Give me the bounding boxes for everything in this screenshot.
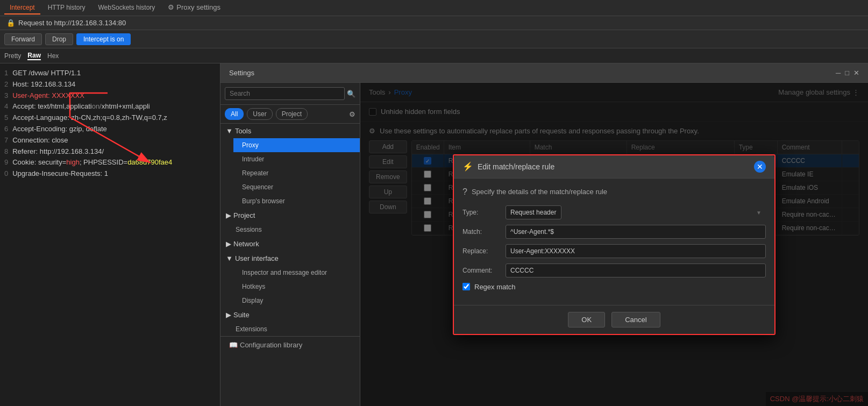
search-box: 🔍 [220, 83, 360, 105]
type-select[interactable]: Request header [506, 205, 561, 219]
sidebar-item-intruder[interactable]: Intruder [233, 152, 360, 166]
filter-all[interactable]: All [225, 108, 244, 120]
help-icon: ? [463, 187, 467, 197]
dialog-footer: OK Cancel [454, 305, 774, 334]
settings-body: 🔍 All User Project ⚙ ▼ Tools Proxy [220, 83, 868, 406]
match-label: Match: [463, 228, 506, 236]
sidebar-category-tools[interactable]: ▼ Tools [220, 124, 360, 138]
sidebar-category-ui[interactable]: ▼ User interface [220, 251, 360, 266]
request-panel: 1GET /dvwa/ HTTP/1.1 2Host: 192.168.3.13… [0, 63, 220, 406]
dialog-title-bar: ⚡ Edit match/replace rule ✕ [454, 155, 774, 179]
sidebar-item-repeater[interactable]: Repeater [233, 166, 360, 180]
sidebar-category-network[interactable]: ▶ Network [220, 237, 360, 251]
comment-label: Comment: [463, 267, 506, 274]
settings-window: Settings ─ □ ✕ 🔍 All User [220, 63, 868, 406]
settings-title: Settings [229, 69, 254, 77]
replace-input[interactable] [506, 244, 766, 258]
search-input[interactable] [225, 87, 345, 100]
ok-button[interactable]: OK [568, 312, 605, 327]
settings-content: Tools › Proxy Manage global settings ⋮ U… [360, 83, 868, 406]
tab-intercept[interactable]: Intercept [4, 2, 40, 15]
dialog-title: Edit match/replace rule [478, 162, 554, 171]
sidebar-item-proxy[interactable]: Proxy [233, 138, 360, 152]
forward-button[interactable]: Forward [4, 33, 42, 45]
sidebar-item-hotkeys[interactable]: Hotkeys [233, 280, 360, 294]
lightning-icon: ⚡ [463, 161, 473, 172]
dialog-body: ? Specify the details of the match/repla… [454, 179, 774, 305]
view-tab-pretty[interactable]: Pretty [4, 52, 21, 60]
lock-icon: 🔒 [6, 19, 15, 27]
sidebar-item-inspector[interactable]: Inspector and message editor [233, 266, 360, 280]
replace-label: Replace: [463, 247, 506, 255]
main-layout: 1GET /dvwa/ HTTP/1.1 2Host: 192.168.3.13… [0, 63, 868, 406]
filter-user[interactable]: User [247, 108, 272, 120]
request-bar: 🔒 Request to http://192.168.3.134:80 [0, 16, 868, 30]
dialog-close-button[interactable]: ✕ [754, 161, 766, 173]
gear-icon: ⚙ [168, 3, 174, 11]
form-row-replace: Replace: [463, 244, 766, 258]
search-icon: 🔍 [347, 90, 355, 98]
settings-header: Settings ─ □ ✕ [220, 63, 868, 83]
chevron-right-icon-3: ▶ [226, 311, 231, 319]
req-line-9: 9Cookie: security=high; PHPSESSID=da68d7… [4, 157, 216, 168]
form-row-comment: Comment: [463, 263, 766, 277]
match-input[interactable] [506, 225, 766, 239]
sidebar-category-project[interactable]: ▶ Project [220, 208, 360, 223]
regex-checkbox[interactable] [463, 283, 470, 290]
req-line-5: 5Accept-Language: zh-CN,zh;q=0.8,zh-TW,q… [4, 112, 216, 124]
settings-panel: Settings ─ □ ✕ 🔍 All User [220, 63, 868, 406]
dialog-overlay: ⚡ Edit match/replace rule ✕ ? Specify th… [360, 83, 868, 406]
req-line-3: 3User-Agent: XXXXXXX [4, 90, 216, 102]
tab-http-history[interactable]: HTTP history [42, 2, 91, 15]
cancel-button[interactable]: Cancel [611, 312, 660, 327]
sidebar-category-suite[interactable]: ▶ Suite [220, 308, 360, 322]
window-close-icon[interactable]: ✕ [853, 69, 859, 77]
config-library[interactable]: 📖 Configuration library [220, 336, 360, 353]
sidebar-item-sequencer[interactable]: Sequencer [233, 180, 360, 194]
req-line-4: 4Accept: text/html,application/xhtml+xml… [4, 101, 216, 112]
req-line-1: 1GET /dvwa/ HTTP/1.1 [4, 68, 216, 79]
edit-rule-dialog: ⚡ Edit match/replace rule ✕ ? Specify th… [453, 154, 775, 335]
intercept-button[interactable]: Intercept is on [76, 33, 131, 45]
regex-row: Regex match [463, 283, 766, 291]
chevron-down-icon: ▼ [226, 127, 233, 135]
tab-websockets-history[interactable]: WebSockets history [93, 2, 161, 15]
form-row-match: Match: [463, 225, 766, 239]
comment-input[interactable] [506, 263, 766, 277]
view-tabs: Pretty Raw Hex [0, 48, 868, 63]
chevron-right-icon-2: ▶ [226, 240, 231, 248]
sidebar-item-extensions[interactable]: Extensions [220, 322, 360, 336]
chevron-right-icon: ▶ [226, 211, 231, 219]
req-line-2: 2Host: 192.168.3.134 [4, 79, 216, 90]
req-line-8: 8Referer: http://192.168.3.134/ [4, 146, 216, 158]
top-nav: Intercept HTTP history WebSockets histor… [0, 0, 868, 16]
regex-label: Regex match [474, 283, 516, 291]
ui-children: Inspector and message editor Hotkeys Dis… [220, 266, 360, 308]
filter-tabs: All User Project ⚙ [220, 105, 360, 124]
form-row-type: Type: Request header [463, 205, 766, 219]
select-wrapper: Request header [506, 205, 766, 219]
toolbar: Forward Drop Intercept is on [0, 30, 868, 48]
chevron-down-icon-2: ▼ [226, 254, 233, 262]
sidebar-item-display[interactable]: Display [233, 294, 360, 308]
view-tab-raw[interactable]: Raw [27, 52, 41, 60]
type-label: Type: [463, 209, 506, 216]
req-line-0: 0Upgrade-Insecure-Requests: 1 [4, 168, 216, 180]
filter-icon: ⚙ [349, 110, 355, 118]
req-line-7: 7Connection: close [4, 135, 216, 146]
window-minimize-icon[interactable]: ─ [836, 69, 841, 77]
sidebar-item-burps-browser[interactable]: Burp's browser [233, 194, 360, 208]
tab-proxy-settings[interactable]: ⚙ Proxy settings [162, 1, 226, 15]
settings-sidebar: 🔍 All User Project ⚙ ▼ Tools Proxy [220, 83, 360, 406]
drop-button[interactable]: Drop [45, 33, 73, 45]
sidebar-item-sessions[interactable]: Sessions [220, 223, 360, 237]
window-maximize-icon[interactable]: □ [845, 69, 849, 77]
filter-project[interactable]: Project [276, 108, 308, 120]
view-tab-hex[interactable]: Hex [47, 52, 59, 60]
tools-children: Proxy Intruder Repeater Sequencer Burp's… [220, 138, 360, 208]
dialog-description: ? Specify the details of the match/repla… [463, 187, 766, 197]
book-icon: 📖 [229, 341, 238, 349]
req-line-6: 6Accept-Encoding: gzip, deflate [4, 124, 216, 135]
